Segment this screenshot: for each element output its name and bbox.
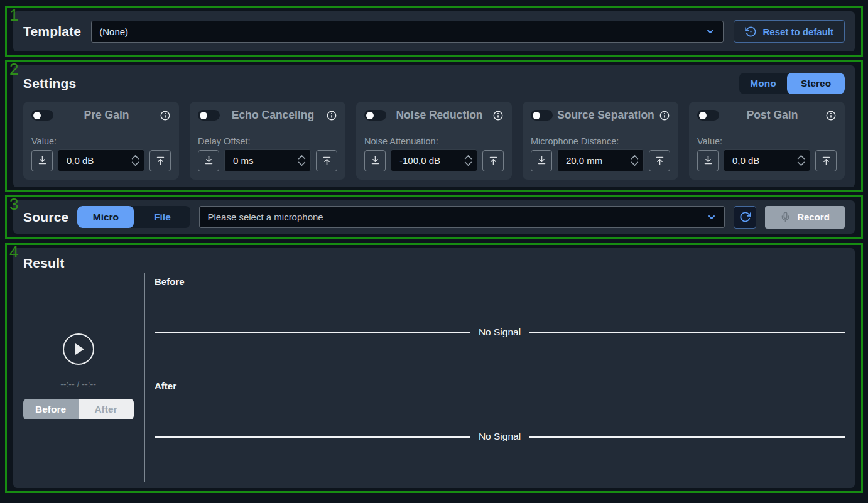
download-icon <box>203 155 214 166</box>
import-value-button[interactable] <box>364 150 386 171</box>
chevron-down-icon <box>797 161 805 166</box>
result-title: Result <box>23 256 845 271</box>
chevron-down-icon <box>631 161 639 166</box>
app-root: 1 Template (None) Reset to default 2 Set… <box>0 0 868 493</box>
download-icon <box>703 155 713 166</box>
record-button[interactable]: Record <box>765 206 845 229</box>
source-panel: Source Micro File Please select a microp… <box>13 200 855 234</box>
chevron-up-icon <box>464 154 472 160</box>
source-mode-toggle: Micro File <box>77 206 190 228</box>
import-value-button[interactable] <box>198 150 219 171</box>
file-button[interactable]: File <box>134 206 190 228</box>
decrement-button[interactable] <box>131 161 139 166</box>
import-value-button[interactable] <box>31 150 53 171</box>
stereo-button[interactable]: Stereo <box>787 73 845 94</box>
upload-icon <box>488 155 499 166</box>
signal-line <box>155 332 470 333</box>
annotation-number-2: 2 <box>9 60 18 78</box>
info-icon[interactable] <box>160 110 171 121</box>
download-icon <box>536 155 547 166</box>
waveform-column: Before No Signal After No Signal <box>155 273 845 482</box>
value-text: 20,0 mm <box>566 155 602 166</box>
upload-icon <box>654 155 665 166</box>
upload-icon <box>821 155 832 166</box>
import-value-button[interactable] <box>531 150 552 171</box>
info-icon[interactable] <box>326 110 337 121</box>
download-icon <box>37 155 48 166</box>
post-gain-toggle[interactable] <box>697 110 719 121</box>
mono-button[interactable]: Mono <box>739 73 787 94</box>
info-icon[interactable] <box>825 110 837 121</box>
decrement-button[interactable] <box>797 161 805 166</box>
waveform-before: Before No Signal <box>155 273 845 377</box>
export-value-button[interactable] <box>482 150 504 171</box>
card-title: Echo Canceling <box>220 109 326 122</box>
microphone-select[interactable]: Please select a microphone <box>199 206 725 228</box>
import-value-button[interactable] <box>697 150 719 171</box>
chevron-down-icon <box>131 161 139 166</box>
value-text: 0 ms <box>233 155 254 166</box>
reset-button-label: Reset to default <box>762 26 833 37</box>
refresh-devices-button[interactable] <box>734 206 756 229</box>
chevron-up-icon <box>631 154 639 160</box>
info-icon[interactable] <box>492 110 504 121</box>
chevron-up-icon <box>131 154 139 160</box>
source-title: Source <box>23 210 68 225</box>
export-value-button[interactable] <box>815 150 837 171</box>
chevron-up-icon <box>797 154 805 160</box>
increment-button[interactable] <box>797 154 805 160</box>
export-value-button[interactable] <box>149 150 171 171</box>
info-icon[interactable] <box>659 110 670 121</box>
section-source: 3 Source Micro File Please select a micr… <box>5 195 863 239</box>
playback-time: --:-- / --:-- <box>60 379 96 389</box>
chevron-down-icon <box>705 26 715 36</box>
export-value-button[interactable] <box>316 150 337 171</box>
play-button[interactable] <box>63 333 94 365</box>
chevron-down-icon <box>707 212 717 222</box>
section-template: 1 Template (None) Reset to default <box>5 6 863 57</box>
annotation-number-1: 1 <box>9 6 18 24</box>
waveform-label: After <box>155 381 845 391</box>
annotation-number-3: 3 <box>9 195 18 214</box>
download-icon <box>370 155 381 166</box>
value-input[interactable]: 0,0 dB <box>724 149 810 171</box>
value-input[interactable]: -100,0 dB <box>391 149 477 171</box>
signal-line <box>529 436 845 438</box>
chevron-down-icon <box>464 161 472 166</box>
playback-after-button[interactable]: After <box>79 399 134 419</box>
param-label: Value: <box>697 136 837 146</box>
increment-button[interactable] <box>298 154 306 160</box>
micro-button[interactable]: Micro <box>77 206 134 228</box>
upload-icon <box>155 155 166 166</box>
export-value-button[interactable] <box>649 150 670 171</box>
increment-button[interactable] <box>631 154 639 160</box>
increment-button[interactable] <box>131 154 139 160</box>
waveform-label: Before <box>155 276 845 287</box>
annotation-number-4: 4 <box>9 243 18 261</box>
refresh-icon <box>739 211 751 223</box>
template-select[interactable]: (None) <box>91 21 724 43</box>
microphone-select-placeholder: Please select a microphone <box>207 212 323 222</box>
param-label: Microphone Distance: <box>531 136 670 146</box>
decrement-button[interactable] <box>298 161 306 166</box>
increment-button[interactable] <box>464 154 472 160</box>
value-input[interactable]: 0 ms <box>224 149 311 171</box>
settings-cards: Pre Gain Value: 0,0 dB <box>23 102 845 180</box>
result-panel: Result --:-- / --:-- Before After Before <box>13 248 855 488</box>
reset-to-default-button[interactable]: Reset to default <box>734 20 845 43</box>
value-input[interactable]: 20,0 mm <box>557 149 644 171</box>
signal-line <box>529 332 845 333</box>
noise-reduction-toggle[interactable] <box>364 110 386 121</box>
echo-canceling-toggle[interactable] <box>198 110 220 121</box>
source-separation-toggle[interactable] <box>531 110 553 121</box>
decrement-button[interactable] <box>631 161 639 166</box>
playback-before-button[interactable]: Before <box>23 399 79 419</box>
value-input[interactable]: 0,0 dB <box>58 149 144 171</box>
pre-gain-toggle[interactable] <box>31 110 53 121</box>
no-signal-text: No Signal <box>479 431 521 442</box>
decrement-button[interactable] <box>464 161 472 166</box>
before-after-toggle: Before After <box>23 399 134 419</box>
section-result: 4 Result --:-- / --:-- Before After Bef <box>5 243 863 493</box>
card-pre-gain: Pre Gain Value: 0,0 dB <box>23 102 179 180</box>
play-icon <box>75 343 84 355</box>
